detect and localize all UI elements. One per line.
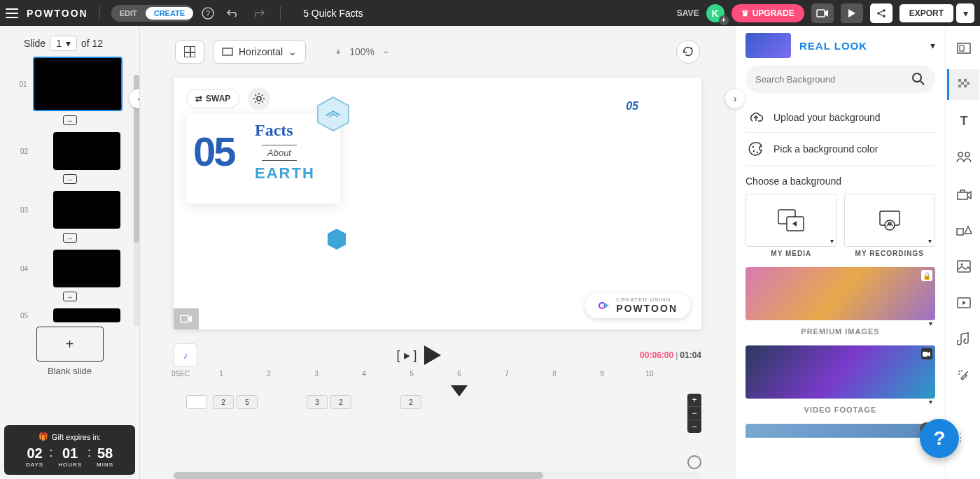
corner-badge[interactable]: 05 bbox=[626, 100, 638, 113]
slide-number-dropdown[interactable]: 1 ▾ bbox=[50, 36, 77, 51]
tab-sound[interactable] bbox=[947, 324, 979, 355]
look-title: REAL LOOK bbox=[799, 40, 867, 52]
zoom-in-button[interactable]: + bbox=[335, 46, 341, 57]
zoom-out-button[interactable]: − bbox=[383, 46, 388, 57]
video-footage-card[interactable]: ▾ bbox=[746, 345, 935, 399]
canvas[interactable]: ⇄ SWAP 05 Facts About EARTH 05 CREATED U… bbox=[174, 78, 701, 329]
svg-rect-28 bbox=[967, 82, 969, 85]
more-images-card[interactable]: ✕ bbox=[746, 424, 935, 438]
gear-icon bbox=[253, 92, 265, 105]
save-button[interactable]: SAVE bbox=[677, 8, 699, 18]
horizontal-scrollbar[interactable] bbox=[174, 472, 701, 479]
earth-text[interactable]: EARTH bbox=[255, 164, 315, 183]
upgrade-button[interactable]: ♛ UPGRADE bbox=[732, 4, 804, 22]
avatar-initial: K bbox=[712, 8, 719, 19]
clip[interactable]: 2 bbox=[213, 395, 234, 409]
powtoon-watermark: CREATED USING POWTOON bbox=[585, 293, 690, 318]
my-media-card[interactable]: ▾ MY MEDIA bbox=[746, 194, 837, 257]
clip[interactable]: 2 bbox=[330, 395, 351, 409]
tab-background[interactable] bbox=[947, 69, 979, 100]
edit-mode[interactable]: EDIT bbox=[111, 7, 146, 20]
video-button[interactable] bbox=[811, 3, 834, 23]
tab-videos[interactable] bbox=[947, 287, 979, 318]
big-number[interactable]: 05 bbox=[193, 128, 234, 175]
play-range-button[interactable]: [ ▸ ] bbox=[397, 348, 417, 363]
orientation-dropdown[interactable]: Horizontal ⌄ bbox=[213, 40, 306, 64]
premium-images-card[interactable]: 🔒 ▾ bbox=[746, 267, 935, 320]
tab-text[interactable]: T bbox=[947, 106, 979, 136]
search-input[interactable] bbox=[755, 74, 911, 85]
clips-track[interactable]: 2 5 3 2 2 bbox=[174, 395, 701, 410]
upload-background-button[interactable]: Upload your background bbox=[746, 103, 935, 133]
search-icon[interactable] bbox=[911, 72, 925, 86]
my-recordings-card[interactable]: ▾ MY RECORDINGS bbox=[844, 194, 936, 257]
layout-grid-button[interactable] bbox=[175, 40, 204, 64]
slide-thumb-5[interactable]: 05 bbox=[17, 308, 122, 322]
clip[interactable]: 5 bbox=[237, 395, 258, 409]
refresh-ai-button[interactable] bbox=[676, 40, 700, 64]
slide-thumb-4[interactable]: 04 bbox=[17, 250, 122, 287]
look-dropdown[interactable]: ▾ bbox=[930, 40, 935, 51]
create-mode[interactable]: CREATE bbox=[146, 7, 193, 20]
clip[interactable]: 2 bbox=[400, 395, 421, 409]
avatar[interactable]: K + bbox=[706, 4, 724, 22]
slide-thumb-1[interactable]: 01 bbox=[17, 57, 122, 111]
timeline-zoom[interactable]: + − − bbox=[687, 394, 701, 433]
svg-marker-10 bbox=[328, 229, 346, 250]
slide-thumb-3[interactable]: 03 bbox=[17, 191, 122, 229]
timeline-zoom-reset[interactable]: − bbox=[687, 406, 701, 420]
video-placeholder[interactable] bbox=[174, 308, 199, 329]
slide-total: of 12 bbox=[81, 38, 103, 49]
transition-button[interactable] bbox=[63, 115, 77, 125]
menu-icon[interactable] bbox=[6, 8, 18, 18]
slide-thumb-2[interactable]: 02 bbox=[17, 132, 122, 170]
help-fab[interactable]: ? bbox=[920, 419, 959, 458]
settings-button[interactable] bbox=[248, 87, 270, 110]
gift-icon: 🎁 bbox=[38, 432, 48, 441]
export-dropdown[interactable]: ▾ bbox=[956, 3, 974, 23]
clip[interactable] bbox=[186, 395, 207, 409]
hexagon-badge-icon[interactable] bbox=[314, 94, 353, 134]
project-title[interactable]: 5 Quick Facts bbox=[303, 8, 363, 19]
timeline-zoom-in[interactable]: + bbox=[687, 394, 701, 406]
tab-specials[interactable] bbox=[947, 360, 979, 391]
transition-button[interactable] bbox=[63, 233, 77, 243]
swap-button[interactable]: ⇄ SWAP bbox=[186, 89, 239, 108]
play-button[interactable] bbox=[424, 345, 441, 365]
blank-slide-button[interactable]: + bbox=[36, 327, 104, 362]
mode-toggle[interactable]: EDIT CREATE bbox=[111, 5, 193, 22]
tab-props[interactable] bbox=[947, 178, 979, 209]
slides-scrollbar[interactable] bbox=[134, 75, 139, 327]
gift-countdown[interactable]: 🎁Gift expires in: 02DAYS : 01HOURS : 58M… bbox=[4, 425, 135, 475]
tab-characters[interactable] bbox=[947, 142, 979, 173]
target-button[interactable] bbox=[687, 455, 701, 469]
hexagon-shape[interactable] bbox=[325, 227, 349, 251]
timeline-zoom-out[interactable]: − bbox=[687, 420, 701, 433]
about-text[interactable]: About bbox=[262, 145, 297, 161]
tab-scene[interactable] bbox=[947, 33, 979, 64]
svg-rect-29 bbox=[958, 85, 961, 87]
export-button[interactable]: EXPORT bbox=[899, 4, 953, 22]
timeline-ruler[interactable]: 0SEC 1 2 3 4 5 6 7 8 9 10 bbox=[174, 370, 701, 391]
transition-button[interactable] bbox=[63, 292, 77, 301]
redo-icon[interactable] bbox=[248, 3, 269, 24]
zoom-level: 100% bbox=[349, 46, 374, 57]
clip[interactable]: 3 bbox=[307, 395, 328, 409]
play-preview-button[interactable] bbox=[841, 3, 863, 23]
audio-button[interactable]: ♪ bbox=[174, 343, 197, 367]
transition-button[interactable] bbox=[63, 174, 77, 184]
undo-icon[interactable] bbox=[223, 3, 244, 24]
facts-text[interactable]: Facts bbox=[255, 121, 293, 140]
expand-right-button[interactable]: › bbox=[725, 89, 745, 108]
svg-rect-12 bbox=[181, 315, 188, 322]
pick-color-button[interactable]: Pick a background color bbox=[746, 133, 935, 166]
help-icon[interactable]: ? bbox=[197, 3, 218, 24]
tab-images[interactable] bbox=[947, 251, 979, 282]
share-button[interactable] bbox=[870, 3, 892, 23]
search-background[interactable] bbox=[746, 65, 935, 93]
svg-point-5 bbox=[883, 15, 886, 17]
recordings-icon bbox=[876, 208, 904, 232]
tab-shapes[interactable] bbox=[947, 215, 979, 245]
svg-point-32 bbox=[958, 152, 962, 157]
add-user-icon[interactable]: + bbox=[719, 15, 729, 25]
